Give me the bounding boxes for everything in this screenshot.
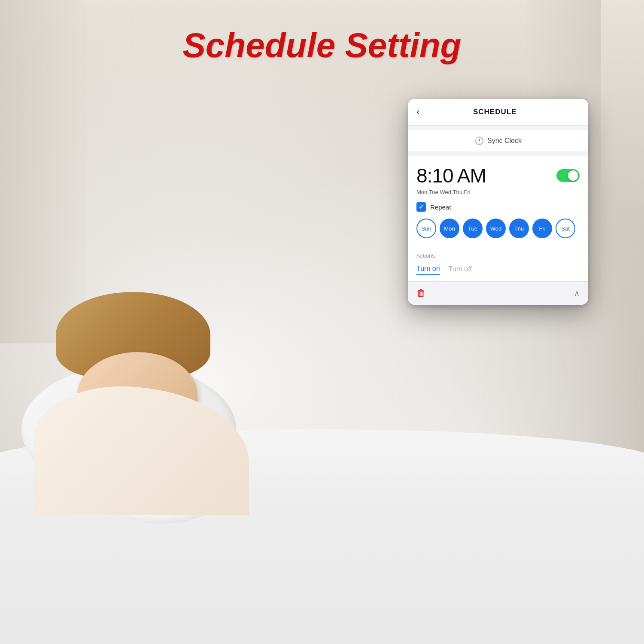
actions-section: Actions Turn on Turn off — [416, 247, 580, 275]
repeat-label: Repeat — [430, 204, 451, 211]
repeat-checkbox[interactable]: ✓ — [416, 202, 426, 212]
sync-clock-icon: 🕐 — [474, 136, 484, 146]
day-circle-sun[interactable]: Sun — [416, 219, 436, 238]
day-circle-sat[interactable]: Sat — [556, 219, 575, 238]
day-circle-tue[interactable]: Tue — [463, 219, 483, 238]
action-buttons-row: Turn on Turn off — [416, 263, 580, 275]
day-circle-wed[interactable]: Wed — [486, 219, 506, 238]
bottom-bar: 🗑 ∧ — [408, 281, 588, 305]
collapse-button[interactable]: ∧ — [574, 289, 580, 298]
turn-on-button[interactable]: Turn on — [416, 263, 440, 275]
sync-clock-row[interactable]: 🕐 Sync Clock — [408, 130, 588, 152]
page-title: Schedule Setting — [0, 26, 644, 65]
days-row: SunMonTueWedThuFriSat — [416, 219, 580, 238]
phone-header: ‹ SCHEDULE — [408, 99, 588, 126]
day-circle-thu[interactable]: Thu — [509, 219, 529, 238]
screen-title: SCHEDULE — [424, 108, 566, 116]
day-circle-mon[interactable]: Mon — [440, 219, 459, 238]
phone-card: ‹ SCHEDULE 🕐 Sync Clock 8:10 AM Mon,Tue,… — [408, 99, 588, 305]
toggle-switch[interactable] — [556, 169, 580, 182]
toggle-knob — [568, 170, 578, 181]
days-summary: Mon,Tue,Wed,Thu,Fri — [416, 189, 580, 195]
repeat-row[interactable]: ✓ Repeat — [416, 202, 580, 212]
turn-off-button[interactable]: Turn off — [449, 264, 472, 275]
day-circle-fri[interactable]: Fri — [532, 219, 552, 238]
actions-label: Actions — [416, 252, 580, 259]
schedule-item: 8:10 AM Mon,Tue,Wed,Thu,Fri ✓ Repeat Sun… — [408, 156, 588, 281]
sync-clock-label: Sync Clock — [487, 137, 522, 145]
time-row: 8:10 AM — [416, 164, 580, 187]
back-button[interactable]: ‹ — [416, 106, 419, 118]
delete-button[interactable]: 🗑 — [416, 288, 426, 299]
checkmark-icon: ✓ — [419, 204, 424, 210]
time-display[interactable]: 8:10 AM — [416, 164, 486, 187]
